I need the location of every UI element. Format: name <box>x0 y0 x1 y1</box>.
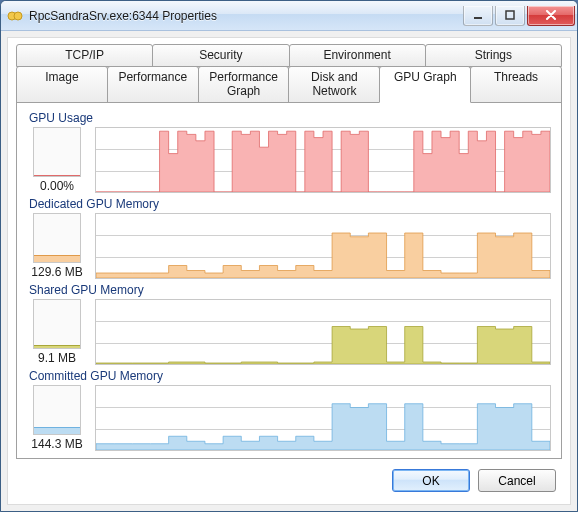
tab-performance[interactable]: Performance <box>107 66 199 103</box>
tab-performance-graph[interactable]: Performance Graph <box>198 66 290 103</box>
history-chart-committed <box>95 385 551 451</box>
minimize-button[interactable] <box>463 6 493 26</box>
titlebar[interactable]: RpcSandraSrv.exe:6344 Properties <box>1 1 577 31</box>
cancel-button[interactable]: Cancel <box>478 469 556 492</box>
tab-disk-and-network[interactable]: Disk and Network <box>288 66 380 103</box>
label-dedicated: Dedicated GPU Memory <box>29 197 551 211</box>
close-button[interactable] <box>527 6 575 26</box>
tab-gpu-graph[interactable]: GPU Graph <box>379 66 471 103</box>
svg-rect-3 <box>506 11 514 19</box>
dialog-footer: OK Cancel <box>16 459 562 496</box>
section-gpu-usage: GPU Usage 0.00% <box>27 111 551 193</box>
section-committed-gpu-memory: Committed GPU Memory 144.3 MB <box>27 369 551 451</box>
tab-panel-gpu-graph: GPU Usage 0.00% Dedicated GPU Memory 129… <box>16 102 562 459</box>
value-gpu-usage: 0.00% <box>40 179 74 193</box>
svg-point-1 <box>14 12 22 20</box>
app-icon <box>7 8 23 24</box>
properties-window: RpcSandraSrv.exe:6344 Properties TCP/IPS… <box>0 0 578 512</box>
tab-image[interactable]: Image <box>16 66 108 103</box>
mini-chart-committed <box>33 385 81 435</box>
ok-button[interactable]: OK <box>392 469 470 492</box>
tab-tcp-ip[interactable]: TCP/IP <box>16 44 153 67</box>
tab-strings[interactable]: Strings <box>425 44 562 67</box>
value-dedicated: 129.6 MB <box>31 265 82 279</box>
label-gpu-usage: GPU Usage <box>29 111 551 125</box>
section-dedicated-gpu-memory: Dedicated GPU Memory 129.6 MB <box>27 197 551 279</box>
window-title: RpcSandraSrv.exe:6344 Properties <box>29 9 463 23</box>
history-chart-dedicated <box>95 213 551 279</box>
section-shared-gpu-memory: Shared GPU Memory 9.1 MB <box>27 283 551 365</box>
tab-environment[interactable]: Environment <box>289 44 426 67</box>
value-shared: 9.1 MB <box>38 351 76 365</box>
mini-chart-shared <box>33 299 81 349</box>
window-buttons <box>463 6 575 26</box>
mini-chart-gpu-usage <box>33 127 81 177</box>
tab-threads[interactable]: Threads <box>470 66 562 103</box>
tab-strip: TCP/IPSecurityEnvironmentStrings ImagePe… <box>16 44 562 102</box>
history-chart-shared <box>95 299 551 365</box>
label-shared: Shared GPU Memory <box>29 283 551 297</box>
label-committed: Committed GPU Memory <box>29 369 551 383</box>
svg-rect-2 <box>474 17 482 19</box>
mini-chart-dedicated <box>33 213 81 263</box>
client-area: TCP/IPSecurityEnvironmentStrings ImagePe… <box>7 37 571 505</box>
maximize-button[interactable] <box>495 6 525 26</box>
tab-security[interactable]: Security <box>152 44 289 67</box>
history-chart-gpu-usage <box>95 127 551 193</box>
value-committed: 144.3 MB <box>31 437 82 451</box>
